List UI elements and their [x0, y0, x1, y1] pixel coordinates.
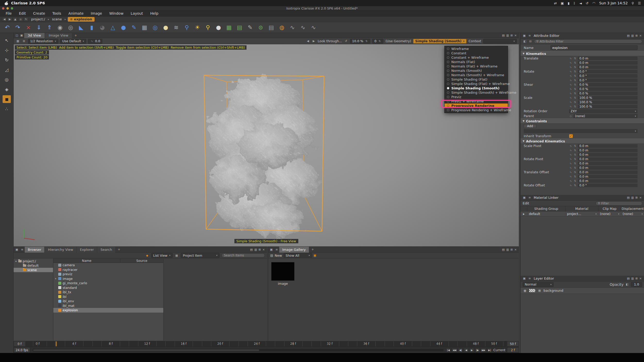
edit-menu[interactable]: Edit [523, 201, 529, 205]
menu-item[interactable]: Edit [15, 11, 29, 16]
spinner-icon[interactable]: ⇅ [573, 184, 577, 187]
snap-tool-icon[interactable]: ◈ [3, 85, 11, 93]
blend-mode-dropdown[interactable]: Normal ▾ [523, 282, 554, 287]
attribute-value-field[interactable]: 0.0 ° [578, 79, 638, 82]
spinner-icon[interactable]: ⇅ [573, 96, 577, 99]
parent-dropdown[interactable]: (none) ▾ [573, 114, 638, 118]
resolution-dropdown[interactable]: 1/2 Resolution▾ [28, 39, 58, 44]
time-machine-icon[interactable]: ↺ [586, 1, 589, 5]
create-combiner-icon[interactable]: ≋ [172, 23, 181, 32]
curve-toggle-icon[interactable]: ∿ [569, 74, 572, 77]
volume-icon[interactable]: ◄ [579, 1, 582, 5]
spotlight-icon[interactable]: ⚲ [632, 1, 634, 5]
spinner-icon[interactable]: ⇅ [573, 79, 577, 82]
redo-icon[interactable]: ↷ [13, 23, 22, 32]
spinner-icon[interactable]: ⇅ [573, 74, 577, 77]
select-tool-icon[interactable]: ↖ [3, 37, 11, 44]
browser-search[interactable] [222, 253, 265, 257]
attribute-value-field[interactable]: 0.0 ° [578, 70, 638, 73]
row-expander-icon[interactable]: + [54, 277, 57, 280]
menu-item[interactable]: Create [30, 11, 49, 16]
fps-box[interactable]: 24.0 fps [14, 347, 30, 353]
material-filter-input[interactable] [601, 202, 640, 205]
create-pyramid-icon[interactable]: △ [108, 23, 117, 32]
opacity-slider-icon[interactable]: ◧ [625, 283, 629, 286]
attribute-value-field[interactable]: 0.0 m [578, 170, 638, 174]
attribute-value-field[interactable]: 0.0 m [578, 175, 638, 178]
play-reverse-button[interactable]: ◀ [464, 348, 468, 352]
menu-item[interactable]: Layout [127, 11, 147, 16]
attribute-value-field[interactable]: 0.0 ° [578, 74, 638, 78]
opacity-field[interactable]: 1.0 [631, 282, 642, 287]
wifi-icon[interactable]: ◠ [592, 1, 595, 5]
list-item[interactable]: camera [53, 263, 163, 268]
attribute-value-field[interactable]: 0.0 m [578, 157, 638, 161]
layout-grid-icon[interactable]: ▤ [502, 248, 505, 251]
spinner-icon[interactable]: ⇅ [573, 158, 577, 160]
menubar-clock[interactable]: Sun 3 Jan 14:52 [599, 1, 628, 5]
spinner-icon[interactable]: ⇅ [573, 179, 577, 182]
spinner-icon[interactable]: ⇅ [573, 153, 577, 156]
current-frame-marker[interactable] [56, 341, 56, 346]
home-button[interactable]: ⌂ [18, 17, 23, 21]
layer-row-background[interactable]: ◉ ▦ background [521, 288, 644, 294]
tree-expander-icon[interactable]: ▾ [15, 260, 17, 263]
grid-toggle-icon[interactable]: ⊞ [22, 39, 26, 43]
attribute-value-field[interactable]: 0.0 m [578, 144, 638, 148]
add-tab-button[interactable]: + [116, 248, 122, 251]
expand-panel-icon[interactable]: ⊞ [635, 196, 638, 199]
shading-menu-item[interactable]: Simple Shading (Flat) + Wireframe [445, 82, 508, 86]
list-item[interactable]: ibl [53, 295, 163, 299]
create-scatterer-icon[interactable]: ▦ [140, 23, 149, 32]
menu-item[interactable]: Animate [65, 11, 87, 16]
look-forward-icon[interactable]: ▶ [312, 39, 316, 43]
expand-panel-icon[interactable]: ⊞ [635, 277, 638, 280]
context-tab-explosion[interactable]: explosion [68, 17, 95, 22]
delete-icon[interactable]: × [24, 23, 33, 32]
shading-menu-item[interactable]: Constant + Wireframe [445, 55, 508, 60]
spinner-icon[interactable]: ⇅ [573, 149, 577, 152]
layout-grid-icon[interactable]: ▤ [627, 34, 630, 37]
curve-toggle-icon[interactable]: ∿ [569, 166, 572, 169]
attribute-value-field[interactable]: 0.0 ° [578, 184, 638, 187]
attributes-filter-search[interactable]: ⚲ [534, 39, 642, 44]
column-displacement[interactable]: Displacement [621, 206, 644, 211]
browser-tab[interactable]: Explorer [77, 247, 97, 253]
viewport-canvas[interactable]: Select: Select item (LMB) Add item to se… [14, 44, 519, 246]
curve-toggle-icon[interactable]: ∿ [569, 96, 572, 99]
close-panel-icon[interactable]: × [262, 248, 265, 251]
curve-toggle-icon[interactable]: ∿ [569, 153, 572, 156]
close-panel-icon[interactable]: × [514, 248, 517, 251]
list-item[interactable]: previz [53, 272, 163, 277]
shading-menu-item[interactable]: Normals (Flat) [445, 60, 508, 64]
column-clip-map[interactable]: Clip Map [598, 206, 621, 211]
go-end-button[interactable]: ▶| [487, 348, 492, 352]
timeline-scrollbar-thumb[interactable] [33, 349, 259, 351]
breadcrumb-project[interactable]: project:/ [29, 17, 47, 21]
antialiasing-dropdown[interactable]: Use Default▾ [60, 39, 86, 44]
sampling-field[interactable]: ∿0.0 [88, 39, 102, 44]
pivot-tool-icon[interactable]: ◎ [3, 76, 11, 83]
unlock-item-icon[interactable]: ◎ [66, 23, 75, 32]
name-field[interactable] [550, 45, 638, 50]
bluetooth-icon[interactable]: ᛒ [573, 1, 575, 5]
zoom-field[interactable]: 10.0 %⇅ [350, 39, 370, 44]
rotate-tool-icon[interactable]: ↻ [3, 56, 11, 64]
end-frame-box[interactable]: 50 f [507, 341, 519, 347]
menu-item[interactable]: Help [147, 11, 162, 16]
shading-menu-item[interactable]: Wireframe [445, 47, 508, 51]
list-item[interactable]: ibl_mat [53, 304, 163, 308]
row-expander-icon[interactable]: ▸ [521, 211, 527, 216]
expand-all-icon[interactable]: ⊟ [528, 40, 532, 43]
layout-grid-icon[interactable]: ▤ [250, 248, 253, 251]
display-icon[interactable]: ▣ [561, 1, 564, 5]
expand-panel-icon[interactable]: ⊞ [511, 34, 513, 37]
filter-icon[interactable]: ◆ [145, 254, 149, 257]
split-panel-icon[interactable]: ▥ [506, 248, 509, 251]
item-kind-icon[interactable]: ▦ [175, 254, 179, 257]
notification-center-icon[interactable]: ☰ [638, 1, 641, 5]
breadcrumb-scene[interactable]: scene [50, 17, 64, 21]
curve-toggle-icon[interactable]: ∿ [569, 105, 572, 108]
menu-item[interactable]: Image [87, 11, 106, 16]
attribute-value-field[interactable]: 0.0 m [578, 61, 638, 65]
